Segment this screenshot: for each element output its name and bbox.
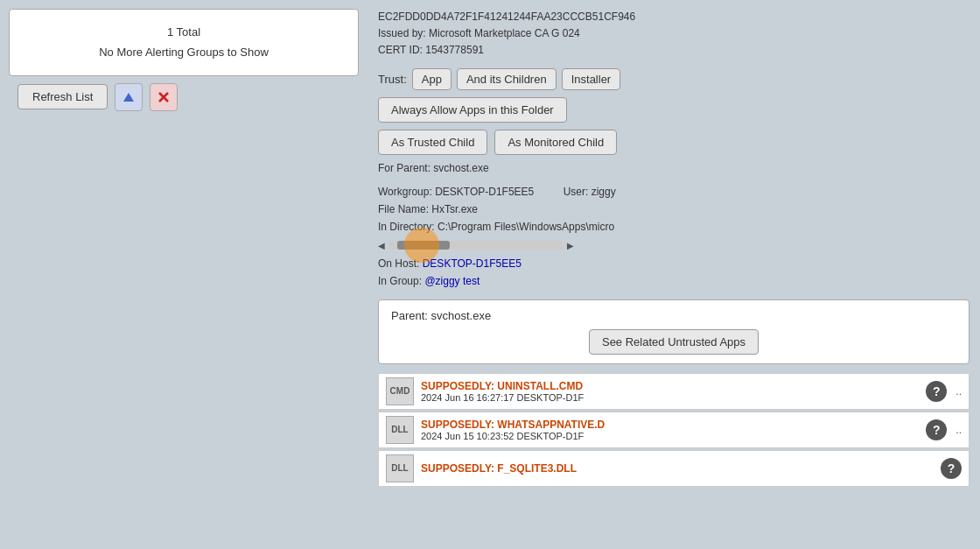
parent-box: Parent: svchost.exe See Related Untruste… — [378, 299, 970, 364]
workgroup-text: Workgroup: DESKTOP-D1F5EE5 — [378, 186, 534, 198]
details-section: Workgroup: DESKTOP-D1F5EE5 User: ziggy F… — [378, 183, 970, 291]
scroll-track[interactable] — [388, 241, 564, 250]
question-icon[interactable]: ? — [926, 381, 947, 402]
close-button[interactable] — [150, 83, 178, 111]
onhost-link[interactable]: DESKTOP-D1F5EE5 — [423, 257, 522, 270]
list-item-detail: 2024 Jun 15 10:23:52 DESKTOP-D1F — [421, 431, 919, 441]
question-icon[interactable]: ? — [941, 458, 962, 479]
ellipsis-label: .. — [956, 385, 962, 398]
svg-marker-0 — [123, 93, 134, 102]
allow-folder-button[interactable]: Always Allow Apps in this Folder — [378, 97, 567, 123]
directory-line: In Directory: C:\Program Files\WindowsAp… — [378, 218, 970, 236]
total-label: 1 Total — [18, 22, 349, 42]
list-item-detail: 2024 Jun 16 16:27:17 DESKTOP-D1F — [421, 392, 919, 403]
right-panel: EC2FDD0DD4A72F1F41241244FAA23CCCB51CF946… — [368, 0, 980, 549]
list-item-info: SUPPOSEDLY: F_SQLITE3.DLL — [421, 462, 934, 475]
refresh-button[interactable]: Refresh List — [18, 84, 108, 109]
no-more-label: No More Alerting Groups to Show — [18, 42, 349, 62]
scrollbar-row: ◀ ▶ — [378, 238, 970, 253]
left-panel: 1 Total No More Alerting Groups to Show … — [0, 0, 368, 549]
user-text: User: ziggy — [564, 186, 616, 198]
list-item-icon: DLL — [386, 416, 414, 444]
ingroup-line: In Group: @ziggy test — [378, 272, 970, 290]
ingroup-link[interactable]: @ziggy test — [424, 275, 480, 287]
cert-line2: Issued by: Microsoft Marketplace CA G 02… — [378, 25, 970, 42]
question-icon[interactable]: ? — [926, 419, 947, 440]
cert-info: EC2FDD0DD4A72F1F41241244FAA23CCCB51CF946… — [378, 9, 970, 60]
see-related-button[interactable]: See Related Untrusted Apps — [589, 329, 759, 355]
up-arrow-icon — [122, 91, 135, 103]
scroll-thumb — [397, 241, 450, 250]
list-item-name: SUPPOSEDLY: WHATSAPPNATIVE.D — [421, 419, 919, 431]
child-row: As Trusted Child As Monitored Child — [378, 130, 970, 155]
trust-children-button[interactable]: And its Children — [457, 68, 556, 90]
list-item-name: SUPPOSEDLY: F_SQLITE3.DLL — [421, 462, 934, 475]
scroll-left-arrow[interactable]: ◀ — [378, 238, 385, 253]
list-item-info: SUPPOSEDLY: UNINSTALL.CMD2024 Jun 16 16:… — [421, 380, 919, 403]
list-item[interactable]: CMDSUPPOSEDLY: UNINSTALL.CMD2024 Jun 16 … — [378, 373, 970, 410]
trusted-child-button[interactable]: As Trusted Child — [378, 130, 487, 155]
list-item-icon: CMD — [386, 377, 414, 405]
alert-box: 1 Total No More Alerting Groups to Show — [9, 9, 359, 76]
onhost-line: On Host: DESKTOP-D1F5EE5 — [378, 255, 970, 272]
list-item[interactable]: DLLSUPPOSEDLY: WHATSAPPNATIVE.D2024 Jun … — [378, 412, 970, 448]
filename-line: File Name: HxTsr.exe — [378, 201, 970, 218]
cert-line3: CERT ID: 1543778591 — [378, 42, 970, 59]
for-parent-text: For Parent: svchost.exe — [378, 162, 970, 174]
trust-label: Trust: — [378, 73, 407, 86]
ellipsis-label: .. — [956, 424, 962, 436]
onhost-label: On Host: — [378, 257, 419, 270]
list-item[interactable]: DLLSUPPOSEDLY: F_SQLITE3.DLL? — [378, 450, 970, 487]
monitored-child-button[interactable]: As Monitored Child — [494, 130, 617, 155]
trust-row: Trust: App And its Children Installer — [378, 68, 970, 90]
scroll-right-arrow[interactable]: ▶ — [567, 238, 574, 253]
button-row: Refresh List — [9, 83, 359, 111]
trust-app-button[interactable]: App — [412, 68, 452, 90]
list-item-name: SUPPOSEDLY: UNINSTALL.CMD — [421, 380, 919, 392]
workgroup-user-line: Workgroup: DESKTOP-D1F5EE5 User: ziggy — [378, 183, 970, 201]
ingroup-label: In Group: — [378, 275, 422, 287]
cert-line1: EC2FDD0DD4A72F1F41241244FAA23CCCB51CF946 — [378, 9, 970, 25]
list-section: CMDSUPPOSEDLY: UNINSTALL.CMD2024 Jun 16 … — [378, 373, 970, 487]
trust-installer-button[interactable]: Installer — [562, 68, 621, 90]
list-item-icon: DLL — [386, 454, 414, 482]
parent-text: Parent: svchost.exe — [391, 309, 956, 322]
up-arrow-button[interactable] — [115, 83, 143, 111]
close-icon — [158, 91, 170, 103]
list-item-info: SUPPOSEDLY: WHATSAPPNATIVE.D2024 Jun 15 … — [421, 419, 919, 441]
